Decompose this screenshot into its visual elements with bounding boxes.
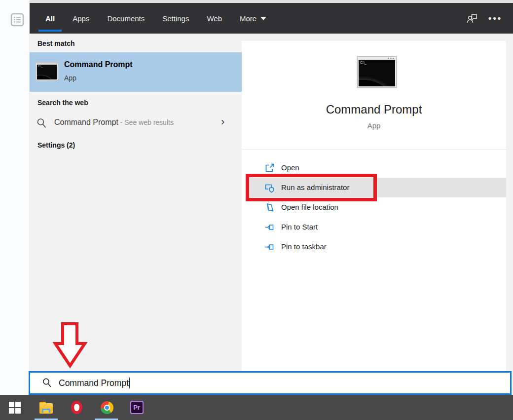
best-match-title: Command Prompt [64,60,133,69]
ellipsis-icon: ••• [488,13,502,24]
tab-settings[interactable]: Settings [162,3,189,34]
cmd-app-icon: C:\_ [36,62,58,81]
tab-apps[interactable]: Apps [73,3,89,34]
tab-all[interactable]: All [45,3,55,34]
search-icon [36,117,47,129]
tab-web[interactable]: Web [207,3,222,34]
tab-more[interactable]: More [240,3,266,34]
search-input-icon [42,378,52,388]
file-explorer-icon [39,402,53,414]
taskbar-file-explorer[interactable] [34,395,58,420]
start-button[interactable] [3,395,27,420]
action-pin-to-taskbar-label: Pin to taskbar [281,242,327,251]
best-match-result[interactable]: C:\_ Command Prompt App [30,52,242,92]
taskbar-chrome[interactable] [95,395,119,420]
feedback-button[interactable] [466,3,478,34]
taskbar-premiere-pro[interactable]: Pr [125,395,148,420]
tab-documents[interactable]: Documents [107,3,145,34]
action-pin-to-start[interactable]: Pin to Start [242,217,506,237]
cmd-app-icon-large: C:\_ [357,56,397,88]
taskbar-opera[interactable] [65,395,88,420]
background-window-strip [0,0,30,395]
taskbar: Pr [0,395,513,420]
tab-more-label: More [240,14,256,23]
action-open-file-location-label: Open file location [281,203,338,211]
preview-panel: C:\_ Command Prompt App Open [242,41,506,371]
best-match-header: Best match [37,39,74,47]
search-input-value: Command Prompt [59,378,129,388]
red-arrow-annotation [51,320,90,370]
search-results-area: Best match C:\_ Command Prompt App Searc… [30,34,513,371]
chrome-icon [101,401,113,414]
feedback-icon [466,12,478,25]
pin-to-taskbar-icon [264,242,275,252]
divider [242,150,506,150]
web-suggestion-hint: - See web results [118,118,174,126]
red-box-annotation [246,174,377,201]
action-pin-to-taskbar[interactable]: Pin to taskbar [242,237,506,257]
web-suggestion-query: Command Prompt [54,118,118,126]
open-file-location-icon [264,202,275,213]
search-input[interactable]: Command Prompt [29,371,512,395]
best-match-type: App [64,74,76,82]
preview-app-title: Command Prompt [242,103,506,116]
action-pin-to-start-label: Pin to Start [281,223,318,231]
notes-icon [10,13,24,27]
opera-icon [71,401,82,414]
action-list: Open Run as administrator [242,158,506,257]
windows-start-icon [9,402,21,414]
more-options-button[interactable]: ••• [488,3,502,34]
settings-header: Settings (2) [37,141,75,149]
chevron-right-icon[interactable]: › [221,115,224,128]
open-icon [264,163,275,173]
web-suggestion-row[interactable]: Command Prompt - See web results › [30,113,242,134]
search-filter-tabbar: All Apps Documents Settings Web More ••• [30,3,513,34]
windows-search-screen: All Apps Documents Settings Web More ••• [0,0,513,420]
chevron-down-icon [260,17,266,20]
preview-app-type: App [242,121,506,130]
pin-to-start-icon [264,222,275,232]
text-caret [129,378,130,388]
action-open-label: Open [281,163,299,172]
premiere-pro-icon: Pr [130,401,144,414]
search-web-header: Search the web [37,99,88,107]
